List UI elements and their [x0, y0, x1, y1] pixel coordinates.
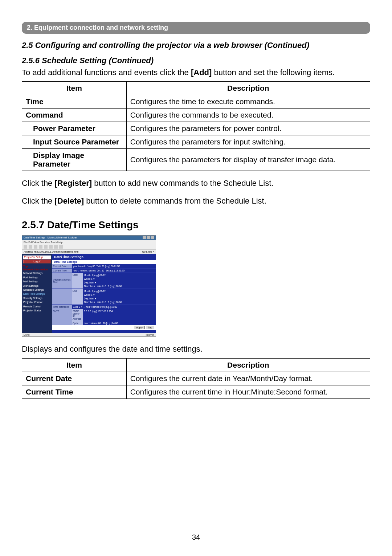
value-timediff[interactable]: GMT 0 + ◦ - hour : minute 0 : 0 [e.g.] 1…: [72, 305, 156, 309]
row-item: Current Date: [22, 372, 127, 385]
sidebar-item-mail-settings[interactable]: Mail Settings: [23, 280, 51, 283]
toolbar[interactable]: [22, 244, 156, 250]
register-paragraph: Click the [Register] button to add new c…: [22, 178, 370, 189]
address-right[interactable]: Go Links »: [142, 250, 154, 253]
window-buttons[interactable]: [142, 236, 154, 240]
value-sntp-server[interactable]: 0.0.0.0 [e.g.] 192.168.1.254: [83, 309, 156, 321]
statusbar: Done Internet: [22, 333, 156, 336]
sidebar-top-label: Top:: [23, 265, 51, 267]
stop-icon[interactable]: [34, 245, 37, 249]
top-button[interactable]: Top: [146, 326, 154, 329]
sidebar-item-schedule-settings[interactable]: Schedule Settings: [23, 289, 51, 291]
sidebar-item-port-settings[interactable]: Port Settings: [23, 276, 51, 279]
sidebar-netinfo-label[interactable]: Network Information: [23, 268, 51, 271]
sidebar-item-network-settings[interactable]: Network Settings: [23, 272, 51, 275]
sidebar-brand: Projector Setup: [23, 255, 51, 259]
section-title: 2.5 Configuring and controlling the proj…: [22, 40, 370, 51]
media-icon[interactable]: [59, 245, 63, 249]
label-cycle: Cycle: [72, 321, 83, 325]
value-current-time[interactable]: hour : minute : second 09 : 30 : 00 [e.g…: [72, 269, 156, 273]
value-cycle[interactable]: hour : minute 00 : 10 [e.g.] 24:00: [83, 321, 156, 325]
subsection-title-256: 2.5.6 Schedule Setting (Continued): [22, 56, 370, 65]
header-item: Item: [22, 82, 127, 95]
row-desc: Configures the parameters for display of…: [126, 149, 370, 171]
window-titlebar: Date/Time Settings - Microsoft Internet …: [22, 236, 156, 240]
row-desc: Configures the current time in Hour:Minu…: [126, 385, 370, 398]
sidebar-item-datetime-settings[interactable]: Date/Time Settings: [23, 293, 51, 295]
label-dst-end: End: [72, 289, 83, 304]
sidebar: Projector Setup Logoff Top: Network Info…: [22, 254, 52, 333]
row-item: Input Source Parameter: [22, 135, 127, 149]
table-row: Current Date Configures the current date…: [22, 372, 370, 385]
para-257: Displays and configures the date and tim…: [22, 344, 370, 355]
intro-text-1: To add additional functions and events c…: [22, 68, 191, 77]
row-desc: Configures the current date in Year/Mont…: [126, 372, 370, 385]
sidebar-item-alert-settings[interactable]: Alert Settings: [23, 285, 51, 287]
label-sntp: SNTP: [52, 309, 72, 321]
schedule-items-table: Item Description Time Configures the tim…: [22, 81, 370, 171]
delete-paragraph: Click the [Delete] button to delete comm…: [22, 196, 370, 207]
row-item: Power Parameter: [22, 122, 127, 135]
delete-button-label: [Delete]: [54, 196, 84, 205]
row-desc: Configures the parameters for power cont…: [126, 122, 370, 135]
logoff-button[interactable]: Logoff: [23, 259, 51, 263]
home-icon[interactable]: [44, 245, 48, 249]
label-timediff: Time difference: [52, 305, 72, 309]
main-panel: Date/Time Settings Date/Time Settings Cu…: [52, 254, 156, 333]
row-desc: Configures the parameters for input swit…: [126, 135, 370, 149]
sidebar-item-remote-control[interactable]: Remote Control: [23, 305, 51, 308]
value-current-date[interactable]: year / month / day 05 / 14 / 20 [e.g.] 0…: [72, 264, 156, 268]
table-header-row: Item Description: [22, 358, 370, 372]
label-current-date: Current Date: [52, 264, 72, 268]
label-dst-spacer: [52, 289, 72, 304]
header-desc: Description: [126, 82, 370, 95]
apply-button[interactable]: Apply: [134, 326, 145, 329]
window-title: Date/Time Settings - Microsoft Internet …: [24, 236, 77, 240]
table-row: Time Configures the time to execute comm…: [22, 95, 370, 109]
favorites-icon[interactable]: [54, 245, 58, 249]
sidebar-item-security-settings[interactable]: Security Settings: [23, 297, 51, 300]
main-tab-header: Date/Time Settings: [52, 254, 156, 260]
refresh-icon[interactable]: [39, 245, 42, 249]
datetime-items-table: Item Description Current Date Configures…: [22, 358, 370, 399]
forward-icon[interactable]: [29, 245, 32, 249]
delete-pre: Click the: [22, 196, 54, 205]
address-bar[interactable]: Address http://192.168.1.10/admin/dateti…: [22, 250, 156, 254]
search-icon[interactable]: [49, 245, 53, 249]
table-header-row: Item Description: [22, 82, 370, 95]
label-dst-start: Start: [72, 273, 83, 289]
register-pre: Click the: [22, 179, 54, 188]
row-dst-end: End Month: 1 [e.g.] 01-12 Week: 1 ▾ Day:…: [52, 289, 156, 304]
row-item: Time: [22, 95, 127, 109]
address-label: Address: [24, 250, 33, 253]
row-item: Current Time: [22, 385, 127, 398]
statusbar-right: Internet: [146, 334, 154, 336]
row-sntp-cycle: Cycle hour : minute 00 : 10 [e.g.] 24:00: [52, 321, 156, 325]
menubar[interactable]: File Edit View Favorites Tools Help: [22, 240, 156, 244]
label-dst: Daylight Savings Time: [52, 273, 72, 289]
row-sntp-server: SNTP SNTP Server IP Address 0.0.0.0 [e.g…: [52, 309, 156, 321]
add-button-label: [Add]: [191, 68, 212, 77]
table-row: Command Configures the commands to be ex…: [22, 109, 370, 122]
address-value[interactable]: http://192.168.1.10/admin/datetime.html: [34, 250, 78, 253]
subsection-title-257: 2.5.7 Date/Time Settings: [22, 219, 370, 231]
header-item: Item: [22, 358, 127, 372]
page-number: 34: [0, 533, 392, 541]
browser-screenshot: Date/Time Settings - Microsoft Internet …: [22, 235, 156, 337]
sidebar-item-projector-control[interactable]: Projector Control: [23, 301, 51, 304]
row-current-date: Current Date year / month / day 05 / 14 …: [52, 264, 156, 268]
label-current-time: Current Time: [52, 269, 72, 273]
header-desc: Description: [126, 358, 370, 372]
sidebar-item-projector-status[interactable]: Projector Status: [23, 309, 51, 312]
table-row: Display Image Parameter Configures the p…: [22, 149, 370, 171]
table-row: Power Parameter Configures the parameter…: [22, 122, 370, 135]
label-sntp-spacer: [52, 321, 72, 325]
statusbar-left: Done: [24, 334, 30, 336]
row-current-time: Current Time hour : minute : second 09 :…: [52, 268, 156, 273]
register-button-label: [Register]: [54, 179, 92, 188]
value-dst-end[interactable]: Month: 1 [e.g.] 01-12 Week: 1 ▾ Day: Mon…: [83, 289, 156, 304]
back-icon[interactable]: [24, 245, 27, 249]
panel-footer: Apply Top: [52, 325, 156, 330]
value-dst-start[interactable]: Month: 1 [e.g.] 01-12 Week: 1 ▾ Day: Mon…: [83, 273, 156, 289]
row-dst-start: Daylight Savings Time Start Month: 1 [e.…: [52, 273, 156, 289]
